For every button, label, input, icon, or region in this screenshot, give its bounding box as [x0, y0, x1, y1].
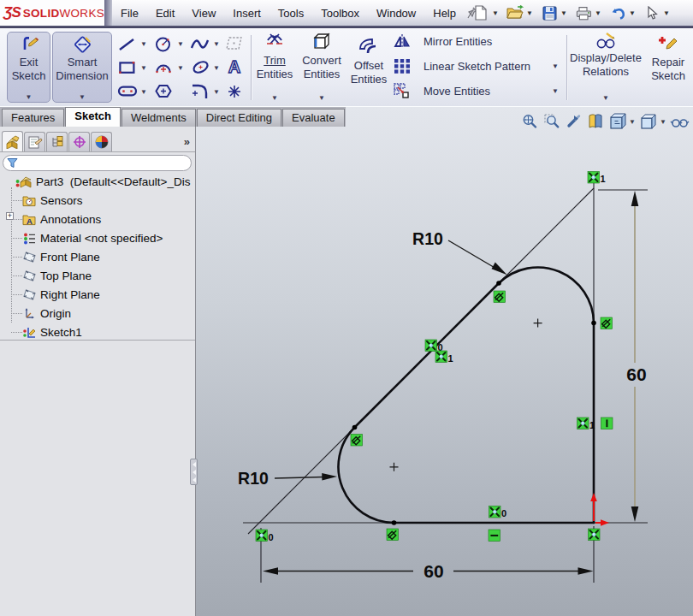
repair-sketch-button[interactable]: RepairSketch: [644, 33, 692, 105]
arc-tool-icon[interactable]: [154, 60, 173, 75]
menu-insert[interactable]: Insert: [224, 3, 270, 23]
menu-help[interactable]: Help: [424, 3, 465, 23]
panel-tabs-overflow[interactable]: »: [184, 135, 188, 148]
exit-sketch-button[interactable]: ExitSketch ▼: [7, 32, 50, 103]
configurationmanager-tab[interactable]: [46, 132, 68, 151]
tree-item-sketch1[interactable]: Sketch1: [22, 323, 82, 341]
save-button[interactable]: ▼: [541, 4, 567, 21]
tab-features[interactable]: Features: [2, 109, 64, 127]
linear-sketch-pattern-button[interactable]: Linear Sketch Pattern: [393, 57, 530, 74]
slot-tool-caret[interactable]: ▼: [140, 88, 147, 96]
smart-dimension-button[interactable]: SmartDimension ▼: [52, 32, 112, 103]
tree-item-right-plane[interactable]: Right Plane: [22, 285, 100, 304]
trim-entities-button[interactable]: TrimEntities ▼: [253, 32, 296, 104]
menu-window[interactable]: Window: [368, 3, 424, 23]
menu-edit[interactable]: Edit: [147, 3, 183, 23]
relation-coincident-top-vertex: [588, 172, 600, 184]
ellipse-tool-icon[interactable]: [192, 59, 210, 75]
display-style-caret[interactable]: ▼: [660, 118, 666, 126]
relation-badges[interactable]: 1 0 1 0 0 1: [256, 172, 613, 542]
tree-item-top-plane[interactable]: Top Plane: [22, 266, 92, 285]
new-document-button[interactable]: ▼: [472, 4, 499, 21]
hide-show-items-button[interactable]: ▼: [670, 112, 693, 131]
dimension-horizontal-60[interactable]: 60: [261, 526, 594, 583]
tree-connector: [11, 313, 22, 314]
fillet-tool-icon[interactable]: [190, 82, 210, 100]
tab-evaluate[interactable]: Evaluate: [282, 109, 345, 127]
display-style-button[interactable]: ▼: [639, 112, 666, 132]
select-caret[interactable]: ▼: [663, 9, 670, 17]
dim-text-horizontal: 60: [424, 561, 443, 581]
circle-tool-caret[interactable]: ▼: [177, 40, 184, 48]
origin-marker[interactable]: [590, 493, 609, 526]
dimension-radius-bottom[interactable]: R10: [238, 469, 337, 488]
print-caret[interactable]: ▼: [595, 9, 601, 17]
offset-entities-button[interactable]: OffsetEntities: [346, 37, 392, 109]
menu-view[interactable]: View: [183, 3, 224, 23]
zoom-to-fit-button[interactable]: [520, 112, 539, 131]
line-tool-caret[interactable]: ▼: [140, 40, 147, 48]
menu-tools[interactable]: Tools: [270, 3, 312, 23]
convert-entities-caret[interactable]: ▼: [318, 94, 325, 102]
sketch-plane-tool-icon[interactable]: [225, 35, 243, 52]
sketch-profile[interactable]: [338, 267, 594, 523]
save-caret[interactable]: ▼: [560, 9, 567, 17]
open-button[interactable]: ▼: [506, 4, 533, 21]
new-document-caret[interactable]: ▼: [492, 9, 499, 17]
tree-item-material[interactable]: Material <not specified>: [22, 228, 163, 247]
tree-item-part3[interactable]: Part3 (Default<<Default>_Dis: [15, 172, 190, 191]
undo-button[interactable]: ▼: [609, 4, 636, 21]
tree-filter-input[interactable]: [3, 155, 192, 171]
tree-item-sensors[interactable]: Sensors: [22, 191, 83, 210]
propertymanager-tab[interactable]: [24, 132, 45, 151]
open-caret[interactable]: ▼: [526, 9, 533, 17]
tab-direct-editing[interactable]: Direct Editing: [197, 109, 281, 127]
move-entities-caret[interactable]: ▼: [552, 87, 559, 95]
menu-toolbox[interactable]: Toolbox: [312, 3, 368, 23]
smart-dimension-caret[interactable]: ▼: [79, 93, 86, 101]
dimension-vertical-60[interactable]: 60: [598, 190, 648, 522]
tree-item-front-plane[interactable]: Front Plane: [22, 247, 100, 266]
panel-splitter-handle[interactable]: [190, 459, 198, 485]
menu-file[interactable]: File: [112, 3, 147, 23]
circle-tool-icon[interactable]: [155, 36, 172, 52]
undo-caret[interactable]: ▼: [629, 9, 636, 17]
view-orientation-caret[interactable]: ▼: [629, 118, 636, 126]
featuremanager-tab[interactable]: [2, 131, 23, 151]
line-tool-icon[interactable]: [117, 37, 136, 52]
polygon-tool-icon[interactable]: [155, 83, 172, 99]
dimension-radius-top[interactable]: R10: [412, 229, 507, 275]
tree-item-origin[interactable]: Origin: [22, 304, 71, 323]
ellipse-tool-caret[interactable]: ▼: [213, 64, 220, 72]
mirror-entities-button[interactable]: Mirror Entities: [393, 33, 492, 50]
displaymanager-tab[interactable]: [91, 132, 112, 151]
sketch-points[interactable]: [352, 281, 596, 525]
display-delete-relations-button[interactable]: Display/DeleteRelations ▼: [568, 32, 643, 104]
move-entities-button[interactable]: Move Entities: [393, 82, 490, 99]
linear-pattern-caret[interactable]: ▼: [552, 62, 559, 70]
print-button[interactable]: ▼: [575, 4, 601, 21]
spline-tool-icon[interactable]: [190, 37, 210, 51]
exit-sketch-caret[interactable]: ▼: [26, 93, 33, 101]
section-view-button[interactable]: [587, 112, 604, 131]
display-delete-relations-caret[interactable]: ▼: [602, 94, 609, 102]
trim-entities-caret[interactable]: ▼: [271, 94, 278, 102]
spline-tool-caret[interactable]: ▼: [213, 40, 220, 48]
dimxpertmanager-tab[interactable]: [68, 132, 90, 151]
arc-tool-caret[interactable]: ▼: [177, 64, 184, 72]
rectangle-tool-icon[interactable]: [118, 61, 136, 74]
view-orientation-button[interactable]: ▼: [607, 112, 636, 132]
previous-view-button[interactable]: [565, 112, 583, 131]
annotations-expander[interactable]: +: [6, 212, 14, 220]
point-tool-icon[interactable]: [228, 85, 241, 98]
tab-weldments[interactable]: Weldments: [121, 109, 196, 127]
tree-item-annotations[interactable]: A Annotations: [22, 210, 101, 228]
convert-entities-button[interactable]: ConvertEntities ▼: [297, 32, 346, 104]
slot-tool-icon[interactable]: [117, 85, 138, 98]
select-button[interactable]: ▼: [643, 4, 670, 21]
zoom-to-area-button[interactable]: [542, 112, 561, 131]
tab-sketch[interactable]: Sketch: [65, 107, 121, 127]
fillet-tool-caret[interactable]: ▼: [213, 88, 220, 96]
text-tool-icon[interactable]: A: [226, 58, 243, 75]
rectangle-tool-caret[interactable]: ▼: [140, 64, 147, 72]
